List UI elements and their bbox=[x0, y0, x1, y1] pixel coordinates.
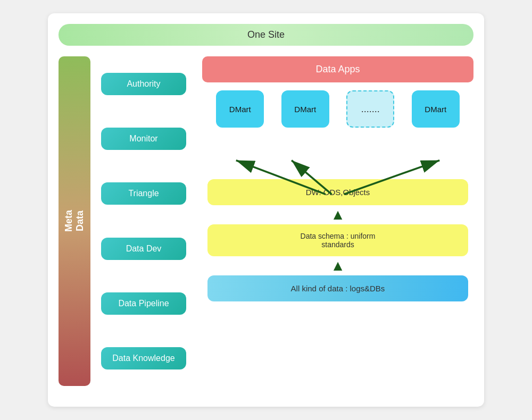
one-site-banner: One Site bbox=[59, 24, 473, 46]
dmart-box-1: DMart bbox=[216, 90, 264, 128]
data-apps-banner: Data Apps bbox=[202, 56, 473, 82]
data-knowledge-box: Data Knowledge bbox=[101, 347, 186, 369]
data-dev-box: Data Dev bbox=[101, 238, 186, 260]
all-data-box: All kind of data : logs&DBs bbox=[207, 275, 468, 301]
arrow-schema-up: ▲ bbox=[202, 258, 473, 273]
dmart-box-3: DMart bbox=[412, 90, 460, 128]
dmart-dots: ....... bbox=[346, 90, 394, 128]
right-column: Data Apps DMart DMart ....... DMart bbox=[202, 56, 473, 386]
one-site-label: One Site bbox=[247, 29, 285, 40]
diagram-container: One Site MetaData Authority Monitor Tria… bbox=[48, 13, 484, 407]
arrows-svg bbox=[202, 133, 473, 219]
left-column: Authority Monitor Triangle Data Dev Data… bbox=[101, 56, 186, 386]
schema-box: Data schema : uniformstandards bbox=[207, 224, 468, 256]
meta-data-bar: MetaData bbox=[59, 56, 90, 386]
monitor-box: Monitor bbox=[101, 128, 186, 150]
dmart-section: DMart DMart ....... DMart bbox=[202, 90, 473, 176]
dmart-row: DMart DMart ....... DMart bbox=[202, 90, 473, 128]
arrow-dw-up: ▲ bbox=[202, 207, 473, 222]
authority-box: Authority bbox=[101, 73, 186, 95]
main-content: MetaData Authority Monitor Triangle Data… bbox=[59, 56, 473, 386]
meta-data-label: MetaData bbox=[63, 210, 86, 232]
data-pipeline-box: Data Pipeline bbox=[101, 292, 186, 315]
triangle-box: Triangle bbox=[101, 182, 186, 205]
dw-box: DW: ODS,Objects bbox=[207, 179, 468, 205]
dmart-box-2: DMart bbox=[281, 90, 329, 128]
